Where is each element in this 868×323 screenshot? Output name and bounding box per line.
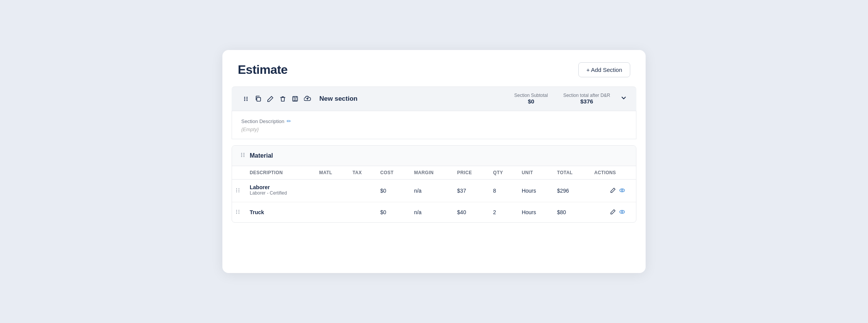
col-margin: Margin (409, 166, 452, 180)
svg-point-14 (236, 188, 237, 189)
copy-icon (255, 95, 262, 102)
svg-point-3 (247, 98, 248, 100)
col-drag (232, 166, 245, 180)
col-price: Price (452, 166, 488, 180)
row-unit-1: Hours (517, 202, 553, 223)
svg-point-23 (239, 210, 239, 210)
svg-point-9 (244, 153, 245, 154)
section-description-area: Section Description ✏ {Empty} (232, 111, 636, 139)
row-unit-0: Hours (517, 180, 553, 202)
save-icon (292, 95, 299, 102)
row-drag-0[interactable] (232, 180, 245, 202)
row-view-icon-1[interactable] (619, 209, 625, 216)
estimate-card: Estimate + Add Section (222, 50, 646, 273)
table-row: Laborer Laborer - Certified $0 n/a $37 8… (232, 180, 636, 202)
trash-icon (279, 95, 286, 102)
row-qty-1: 2 (489, 202, 517, 223)
svg-point-17 (239, 190, 239, 190)
save-button[interactable] (290, 94, 300, 104)
drag-dots-svg (242, 95, 249, 102)
row-total-0: $296 (553, 180, 590, 202)
row-tax-1 (348, 202, 376, 223)
svg-rect-6 (257, 97, 260, 101)
section-bar: New section Section Subtotal $0 Section … (232, 87, 636, 111)
section-collapse-button[interactable] (620, 95, 627, 103)
total-after-dr-block: Section total after D&R $376 (563, 93, 610, 105)
row-edit-icon-0[interactable] (610, 187, 616, 194)
upload-icon (304, 95, 311, 102)
delete-button[interactable] (278, 94, 288, 104)
edit-button[interactable] (265, 94, 275, 104)
svg-point-0 (244, 97, 245, 98)
svg-point-28 (620, 210, 625, 213)
subtotal-block: Section Subtotal $0 (514, 93, 548, 105)
svg-point-16 (236, 190, 237, 190)
svg-point-2 (244, 98, 245, 100)
svg-point-18 (236, 191, 237, 192)
material-section: Material Description MATL TAX Cost Margi… (232, 145, 636, 223)
col-description: Description (245, 166, 315, 180)
svg-point-26 (236, 213, 237, 213)
material-drag-handle[interactable] (240, 152, 246, 160)
svg-point-1 (247, 97, 248, 98)
card-header: Estimate + Add Section (222, 50, 646, 87)
material-header: Material (232, 146, 636, 166)
total-after-dr-value: $376 (580, 98, 593, 105)
copy-button[interactable] (253, 94, 263, 104)
row-tax-0 (348, 180, 376, 202)
svg-point-13 (244, 156, 245, 157)
svg-point-20 (620, 189, 625, 192)
pencil-icon (267, 95, 274, 102)
drag-handle-icon[interactable] (241, 94, 251, 104)
svg-point-11 (244, 155, 245, 156)
col-tax: TAX (348, 166, 376, 180)
material-drag-icon (240, 152, 246, 158)
svg-point-21 (621, 190, 623, 191)
svg-point-25 (239, 211, 239, 212)
row-view-icon-0[interactable] (619, 187, 625, 195)
row-price-0: $37 (452, 180, 488, 202)
section-bar-icons (241, 94, 312, 104)
col-unit: Unit (517, 166, 553, 180)
row-cost-1: $0 (376, 202, 409, 223)
row-matl-1 (315, 202, 348, 223)
subtotal-label: Section Subtotal (514, 93, 548, 98)
row-desc-1: Truck (245, 202, 315, 223)
chevron-down-icon (620, 95, 627, 102)
add-section-button[interactable]: + Add Section (578, 62, 630, 77)
svg-point-22 (236, 210, 237, 210)
row-margin-1: n/a (409, 202, 452, 223)
svg-point-4 (244, 100, 245, 101)
section-description-label: Section Description ✏ (241, 118, 627, 124)
svg-point-27 (239, 213, 239, 213)
table-header-row: Description MATL TAX Cost Margin Price Q… (232, 166, 636, 180)
row-drag-1[interactable] (232, 202, 245, 223)
upload-button[interactable] (302, 94, 312, 104)
page-title: Estimate (238, 63, 287, 77)
row-margin-0: n/a (409, 180, 452, 202)
material-title: Material (250, 152, 273, 159)
svg-rect-7 (293, 97, 298, 102)
col-cost: Cost (376, 166, 409, 180)
row-actions-0 (589, 180, 636, 202)
row-qty-0: 8 (489, 180, 517, 202)
svg-point-8 (241, 153, 242, 154)
col-total: Total (553, 166, 590, 180)
col-qty: Qty (489, 166, 517, 180)
svg-point-5 (247, 100, 248, 101)
row-cost-0: $0 (376, 180, 409, 202)
section-name: New section (319, 95, 511, 103)
subtotal-value: $0 (528, 98, 534, 105)
material-table: Description MATL TAX Cost Margin Price Q… (232, 166, 636, 222)
svg-point-19 (239, 191, 239, 192)
svg-point-10 (241, 155, 242, 156)
col-matl: MATL (315, 166, 348, 180)
svg-point-29 (621, 211, 623, 213)
section-description-empty: {Empty} (241, 127, 259, 132)
col-actions: Actions (589, 166, 636, 180)
row-actions-1 (589, 202, 636, 223)
description-edit-icon[interactable]: ✏ (287, 118, 291, 124)
row-edit-icon-1[interactable] (610, 209, 616, 216)
total-after-dr-label: Section total after D&R (563, 93, 610, 98)
section-totals: Section Subtotal $0 Section total after … (514, 93, 610, 105)
